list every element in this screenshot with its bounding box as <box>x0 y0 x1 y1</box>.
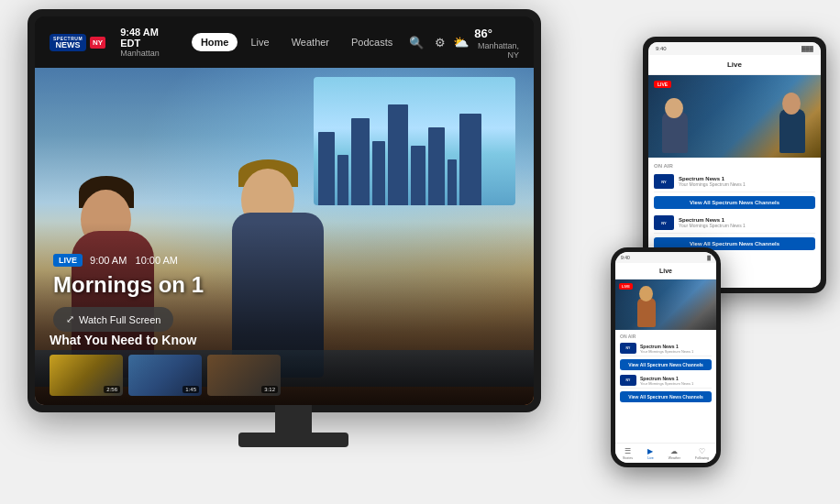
phone-channel-item-2[interactable]: NY Spectrum News 1 Your Mornings Spectru… <box>620 373 712 389</box>
phone-device: 9:40 ▓ Live LIVE ON AIR NY <box>611 247 721 467</box>
live-end-time: 10:00 AM <box>136 255 178 266</box>
watch-btn-label: Watch Full Screen <box>79 314 160 325</box>
phone-nav-stories[interactable]: ☰ Stories <box>623 447 633 460</box>
tablet-channel-item[interactable]: NY Spectrum News 1 Your Mornings Spectru… <box>654 171 815 192</box>
tv-stand-neck <box>275 405 312 433</box>
phone-channel-desc: Your Mornings Spectrum News 1 <box>640 349 712 354</box>
building <box>372 141 385 205</box>
live-start-time: 9:00 AM <box>90 255 127 266</box>
logo-news-text: NEWS <box>56 41 81 49</box>
settings-icon[interactable]: ⚙ <box>435 36 446 49</box>
tablet-view-all-button[interactable]: View All Spectrum News Channels <box>654 196 815 209</box>
phone-nav-following[interactable]: ♡ Following <box>695 447 709 460</box>
search-icon[interactable]: 🔍 <box>409 36 424 49</box>
tablet-nav-title: Live <box>727 60 742 69</box>
phone-channel-logo: NY <box>620 343 636 354</box>
live-badge: LIVE <box>53 254 83 267</box>
watch-fullscreen-button[interactable]: ⤢ Watch Full Screen <box>53 307 173 332</box>
weather-temp: 86° <box>474 27 492 40</box>
tv-nav-icons: 🔍 ⚙ <box>409 36 446 49</box>
tv-time: 9:48 AM EDT <box>120 27 173 49</box>
tablet-content: ON AIR NY Spectrum News 1 Your Mornings … <box>648 158 821 259</box>
tablet-logo-text: NY <box>661 180 667 184</box>
tv-location: Manhattan <box>120 49 173 58</box>
phone-video-player[interactable]: LIVE <box>615 279 716 330</box>
hero-overlay-info: LIVE 9:00 AM 10:00 AM Mornings on 1 ⤢ Wa… <box>53 254 204 332</box>
phone-channel-info: Spectrum News 1 Your Mornings Spectrum N… <box>640 344 712 354</box>
tv-nav-items: Home Live Weather Podcasts <box>192 33 402 51</box>
thumbnail-item[interactable]: 2:56 <box>50 355 123 396</box>
tablet-channel-desc-2: Your Mornings Spectrum News 1 <box>679 223 815 228</box>
phone-content: ON AIR NY Spectrum News 1 Your Mornings … <box>615 330 716 409</box>
tv-time-location: 9:48 AM EDT Manhattan <box>120 27 173 58</box>
thumbnail-item[interactable]: 1:45 <box>128 355 202 396</box>
following-label: Following <box>695 456 709 460</box>
tablet-nav: Live <box>648 55 821 75</box>
tablet-channel-info-2: Spectrum News 1 Your Mornings Spectrum N… <box>679 217 815 228</box>
show-title: Mornings on 1 <box>53 272 204 298</box>
tablet-channel-desc: Your Mornings Spectrum News 1 <box>679 181 815 187</box>
app-logo: SPECTRUM NEWS NY <box>50 34 105 51</box>
nav-podcasts[interactable]: Podcasts <box>342 33 402 51</box>
phone-bottom-nav: ☰ Stories ▶ Live ☁ Weather ♡ Following <box>615 443 716 463</box>
building <box>448 159 457 205</box>
phone-anchor-body <box>637 298 656 327</box>
tv-device: SPECTRUM NEWS NY 9:48 AM EDT Manhattan H… <box>28 9 559 467</box>
live-nav-icon: ▶ <box>647 447 653 455</box>
tablet-channel-info: Spectrum News 1 Your Mornings Spectrum N… <box>679 176 815 187</box>
phone-channel-desc-2: Your Mornings Spectrum News 1 <box>640 381 712 386</box>
tablet-logo-text-2: NY <box>661 221 667 225</box>
weather-info: 86° Manhattan, NY <box>474 25 519 60</box>
stories-icon: ☰ <box>624 447 631 455</box>
duration-badge: 3:12 <box>261 386 278 393</box>
stories-label: Stories <box>623 456 633 460</box>
building <box>411 146 426 205</box>
phone-view-all-button[interactable]: View All Spectrum News Channels <box>620 359 712 370</box>
building <box>388 104 408 205</box>
logo-ny-badge: NY <box>90 37 105 49</box>
nav-weather[interactable]: Weather <box>282 33 338 51</box>
duration-badge: 1:45 <box>182 386 199 393</box>
tablet-channel-item-2[interactable]: NY Spectrum News 1 Your Mornings Spectru… <box>654 213 815 234</box>
building <box>351 118 370 205</box>
fullscreen-icon: ⤢ <box>66 313 74 325</box>
tablet-time: 9:40 <box>656 46 667 51</box>
phone-live-badge: LIVE <box>619 283 633 290</box>
tablet-battery: ▓▓▓ <box>801 46 813 51</box>
phone-nav-weather[interactable]: ☁ Weather <box>669 447 680 460</box>
tablet-video-player[interactable]: LIVE <box>648 75 821 158</box>
tablet-head-shape <box>782 93 801 115</box>
building <box>459 114 481 205</box>
phone-nav: Live <box>615 263 716 279</box>
live-time-range: 9:00 AM 10:00 AM <box>90 255 178 266</box>
phone-view-all-button-2[interactable]: View All Spectrum News Channels <box>620 391 712 402</box>
thumbnail-item[interactable]: 3:12 <box>207 355 281 396</box>
tv-hero: LIVE 9:00 AM 10:00 AM Mornings on 1 ⤢ Wa… <box>35 68 534 405</box>
thumbnail-row: 2:56 1:45 3:12 <box>50 355 519 396</box>
tablet-section-label: ON AIR <box>654 163 815 169</box>
tablet-channel-logo-2: NY <box>654 215 674 230</box>
tv-body: SPECTRUM NEWS NY 9:48 AM EDT Manhattan H… <box>28 9 541 412</box>
phone-time: 9:40 <box>621 255 630 260</box>
section-area: What You Need to Know 2:56 1:45 3:12 <box>50 333 519 396</box>
tv-screen: SPECTRUM NEWS NY 9:48 AM EDT Manhattan H… <box>35 16 534 405</box>
live-nav-label: Live <box>647 456 653 460</box>
weather-nav-icon: ☁ <box>670 447 678 455</box>
phone-channel-info-2: Spectrum News 1 Your Mornings Spectrum N… <box>640 376 712 386</box>
phone-anchor <box>634 286 661 327</box>
phone-body: 9:40 ▓ Live LIVE ON AIR NY <box>611 247 721 467</box>
phone-battery: ▓ <box>707 255 711 260</box>
live-badge-row: LIVE 9:00 AM 10:00 AM <box>53 254 204 267</box>
nav-home[interactable]: Home <box>192 33 238 51</box>
tablet-anchor-left <box>658 98 694 153</box>
phone-screen: 9:40 ▓ Live LIVE ON AIR NY <box>615 252 716 463</box>
phone-channel-item[interactable]: NY Spectrum News 1 Your Mornings Spectru… <box>620 341 712 356</box>
phone-anchor-head <box>639 286 653 301</box>
phone-nav-live[interactable]: ▶ Live <box>647 447 653 460</box>
tv-weather: ⛅ 86° Manhattan, NY <box>453 25 519 60</box>
nav-live[interactable]: Live <box>241 33 278 51</box>
building <box>428 127 445 205</box>
tv-navbar: SPECTRUM NEWS NY 9:48 AM EDT Manhattan H… <box>35 16 534 68</box>
logo-box: SPECTRUM NEWS <box>50 34 86 51</box>
weather-icon: ⛅ <box>453 35 469 49</box>
